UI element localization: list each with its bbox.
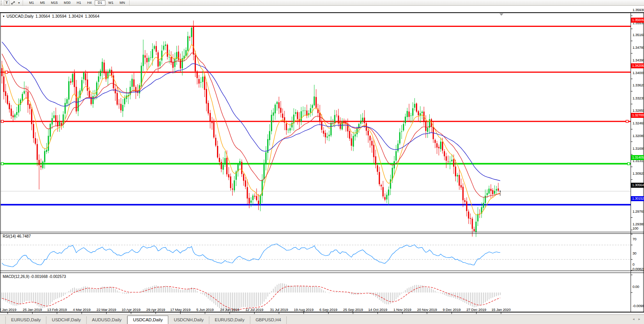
price-tick-label: 1.33230 — [632, 96, 644, 100]
tab-usdcnh-daily[interactable]: USDCNH,Daily — [168, 316, 209, 324]
timeframe-button-w1[interactable]: W1 — [105, 0, 117, 5]
macd-tick-label: 0.00 — [632, 284, 644, 289]
chart-shift-marker-icon[interactable] — [499, 13, 503, 16]
price-tick-label: 1.33620 — [632, 83, 644, 87]
cursor-arrows-icon-button[interactable] — [10, 0, 16, 5]
date-tick-label: 4 Mar 2019 — [68, 307, 95, 312]
rsi-tick-label: 100 — [632, 226, 644, 230]
date-tick-label: 6 Sep 2019 — [315, 307, 342, 312]
rsi-tick-label: 0 — [632, 262, 644, 266]
rsi-line — [2, 244, 500, 266]
date-tick-label: 25 Sep 2019 — [339, 307, 367, 312]
timeframe-button-mn[interactable]: MN — [117, 0, 128, 5]
price-tick-label: 1.32460 — [632, 121, 644, 125]
date-tick-label: 25 Jan 2019 — [18, 307, 46, 312]
timeframe-button-h1[interactable]: H1 — [74, 0, 84, 5]
date-tick-label: 5 Jun 2019 — [191, 307, 219, 312]
price-tick-label: 1.35160 — [632, 33, 644, 37]
macd-indicator-label: MACD(12,26,9) -0.001668 -0.002573 — [3, 274, 66, 279]
price-chart — [0, 6, 644, 324]
tab-scroll-arrows[interactable]: ◂ ▸ — [632, 317, 642, 321]
tab-audusd-daily[interactable]: AUDUSD,Daily — [87, 316, 127, 324]
ohlc-open: 1.30564 — [36, 14, 50, 18]
date-tick-label: 24 Jun 2019 — [216, 307, 243, 312]
date-tick-label: 9 Dec 2019 — [438, 307, 465, 312]
timeframe-button-m1[interactable]: M1 — [26, 0, 37, 5]
toolbar-grip[interactable] — [1, 1, 3, 5]
toolbar: T ▼ M1M5M15M30H1H4D1W1MN — [0, 0, 644, 6]
price-tick-label: 1.30920 — [632, 171, 644, 175]
timeframe-button-m5[interactable]: M5 — [37, 0, 48, 5]
chevron-down-icon[interactable]: ▼ — [18, 2, 20, 4]
macd-tick-label: 0.008214 — [632, 267, 644, 271]
price-tick-label: 1.34780 — [632, 45, 644, 50]
timeframe-button-m30[interactable]: M30 — [61, 0, 74, 5]
date-tick-label: 22 Mar 2019 — [92, 307, 120, 312]
price-tick-label: 1.29760 — [632, 209, 644, 213]
chart-bottom-border — [0, 312, 644, 312]
chart-top-border — [0, 12, 644, 13]
level-price-badge: 1.35606 — [631, 18, 644, 23]
toolbar-separator — [23, 0, 25, 5]
price-tick-label: 1.34000 — [632, 71, 644, 75]
level-line-handle[interactable] — [628, 163, 630, 165]
level-price-badge: 1.30152 — [631, 196, 644, 201]
price-tick-label: 1.32850 — [632, 108, 644, 112]
macd-tick-label: -0.00906 — [632, 304, 644, 308]
tab-usdcad-daily[interactable]: USDCAD,Daily — [127, 316, 168, 324]
date-tick-label: 13 Feb 2019 — [43, 307, 71, 312]
timeframe-button-d1[interactable]: D1 — [95, 0, 105, 5]
price-tick-label: 1.29380 — [632, 222, 644, 226]
price-tick-label: 1.34390 — [632, 58, 644, 62]
timeframe-button-h4[interactable]: H4 — [84, 0, 95, 5]
chart-symbol-period: USDCAD,Daily — [7, 14, 34, 18]
rsi-indicator-label: RSI(14) 46.7487 — [3, 234, 31, 238]
price-tick-label: 1.35930 — [632, 8, 644, 12]
date-tick-label: 29 Apr 2019 — [142, 307, 169, 312]
date-tick-label: 12 Jul 2019 — [241, 307, 268, 312]
chart-window: ▼USDCAD,Daily1.305641.305941.304241.3056… — [0, 6, 644, 324]
toolbar-separator — [129, 0, 131, 5]
level-price-badge: 1.31405 — [631, 155, 644, 160]
tab-usdchf-daily[interactable]: USDCHF,Daily — [46, 316, 86, 324]
date-tick-label: 27 Dec 2019 — [463, 307, 490, 312]
current-price-badge: 1.30564 — [631, 183, 644, 188]
price-tick-label: 1.32080 — [632, 134, 644, 138]
date-tick-label: 31 Jul 2019 — [265, 307, 293, 312]
chart-title: ▼USDCAD,Daily1.305641.305941.304241.3056… — [2, 14, 99, 18]
level-line-handle[interactable] — [626, 120, 628, 122]
tab-gbpusd-h4[interactable]: GBPUSD,H4 — [250, 316, 287, 324]
date-tick-label: 15 Jan 2020 — [487, 307, 515, 312]
date-tick-label: 20 Nov 2019 — [413, 307, 441, 312]
date-tick-label: 10 Apr 2019 — [117, 307, 145, 312]
tab-eurusd-daily[interactable]: EURUSD,Daily — [5, 316, 46, 324]
ohlc-close: 1.30564 — [85, 14, 99, 18]
level-line-handle[interactable] — [1, 120, 3, 122]
price-tick-label: 1.31690 — [632, 146, 644, 150]
level-price-badge: 1.32700 — [631, 113, 644, 118]
collapse-triangle-icon[interactable]: ▼ — [2, 15, 5, 18]
date-tick-label: 19 Aug 2019 — [290, 307, 317, 312]
date-tick-label: 17 May 2019 — [166, 307, 194, 312]
date-tick-label: 1 Nov 2019 — [389, 307, 416, 312]
rsi-tick-label: 30 — [632, 251, 644, 255]
level-line-handle[interactable] — [1, 163, 3, 165]
date-tick-label: 14 Oct 2019 — [364, 307, 391, 312]
symbol-tabbar: EURUSD,DailyUSDCHF,DailyAUDUSD,DailyUSDC… — [0, 314, 644, 324]
timeframe-buttons: M1M5M15M30H1H4D1W1MN — [26, 0, 128, 5]
tab-eurusd-daily[interactable]: EURUSD,Daily — [209, 316, 250, 324]
ohlc-low: 1.30424 — [68, 14, 83, 18]
diagonal-arrows-icon — [11, 1, 15, 5]
text-label-tool-button[interactable]: T — [4, 0, 10, 5]
ohlc-high: 1.30594 — [52, 14, 67, 18]
level-price-badge: 1.34206 — [631, 63, 644, 68]
rsi-tick-label: 70 — [632, 237, 644, 241]
level-line-handle[interactable] — [5, 71, 8, 73]
axis-ticks — [8, 16, 632, 314]
timeframe-button-m15[interactable]: M15 — [48, 0, 61, 5]
